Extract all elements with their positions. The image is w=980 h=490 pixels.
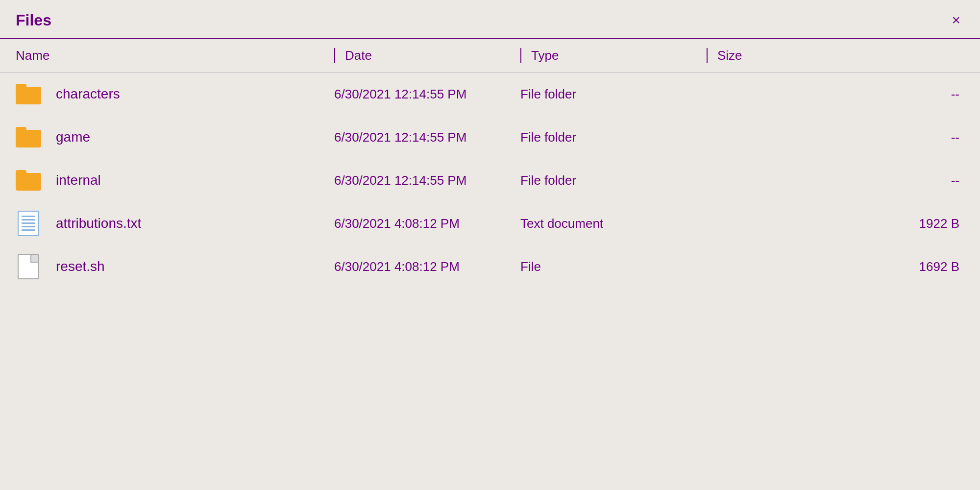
files-window: Files × Name Date Type Size characters 6…: [0, 0, 980, 490]
file-date: 6/30/2021 12:14:55 PM: [334, 130, 520, 145]
file-date: 6/30/2021 12:14:55 PM: [334, 173, 520, 188]
file-name-cell: reset.sh: [16, 254, 334, 279]
file-name: reset.sh: [56, 259, 105, 274]
file-type: File folder: [520, 130, 707, 145]
file-size: --: [707, 130, 964, 145]
file-type: File folder: [520, 87, 707, 102]
column-headers: Name Date Type Size: [0, 39, 980, 73]
col-header-date: Date: [334, 48, 520, 63]
file-date: 6/30/2021 4:08:12 PM: [334, 216, 520, 231]
file-type: Text document: [520, 216, 707, 231]
file-size: --: [707, 87, 964, 102]
file-type: File folder: [520, 173, 707, 188]
file-date: 6/30/2021 4:08:12 PM: [334, 259, 520, 274]
file-size: 1692 B: [707, 259, 964, 274]
file-type: File: [520, 259, 707, 274]
text-file-icon: [16, 211, 41, 236]
window-title: Files: [16, 11, 51, 29]
folder-icon: [16, 124, 41, 150]
col-header-size: Size: [707, 48, 964, 63]
close-button[interactable]: ×: [948, 11, 964, 29]
col-header-type: Type: [520, 48, 707, 63]
file-name: attributions.txt: [56, 216, 141, 231]
file-size: --: [707, 173, 964, 188]
table-row[interactable]: reset.sh 6/30/2021 4:08:12 PM File 1692 …: [0, 245, 980, 288]
table-row[interactable]: internal 6/30/2021 12:14:55 PM File fold…: [0, 159, 980, 202]
generic-file-icon: [16, 254, 41, 279]
file-name-cell: attributions.txt: [16, 211, 334, 236]
file-list: characters 6/30/2021 12:14:55 PM File fo…: [0, 73, 980, 490]
file-name-cell: game: [16, 124, 334, 150]
file-name: game: [56, 129, 90, 145]
file-name-cell: characters: [16, 81, 334, 107]
file-name: characters: [56, 86, 120, 102]
col-header-name: Name: [16, 48, 334, 63]
title-bar: Files ×: [0, 0, 980, 38]
folder-icon: [16, 81, 41, 107]
table-row[interactable]: game 6/30/2021 12:14:55 PM File folder -…: [0, 116, 980, 159]
folder-icon: [16, 168, 41, 193]
file-date: 6/30/2021 12:14:55 PM: [334, 87, 520, 102]
file-name-cell: internal: [16, 168, 334, 193]
table-row[interactable]: characters 6/30/2021 12:14:55 PM File fo…: [0, 73, 980, 116]
file-size: 1922 B: [707, 216, 964, 231]
table-row[interactable]: attributions.txt 6/30/2021 4:08:12 PM Te…: [0, 202, 980, 245]
file-name: internal: [56, 172, 101, 188]
